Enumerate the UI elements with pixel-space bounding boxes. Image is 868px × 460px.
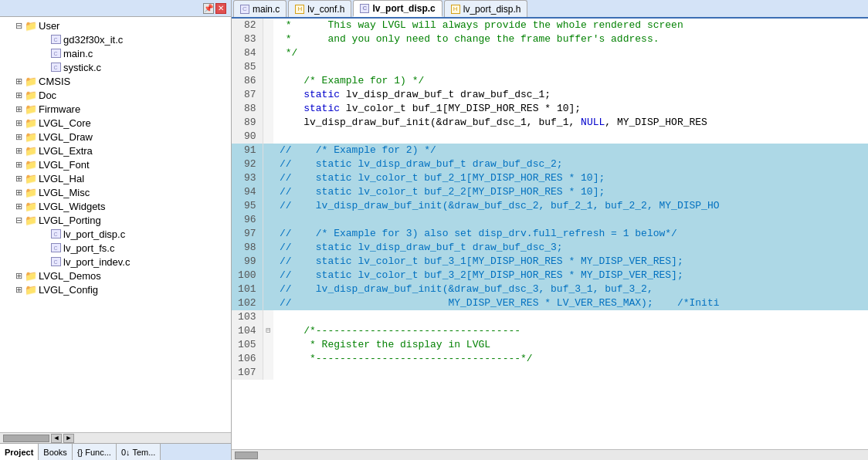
- tab-bar: Cmain.cHlv_conf.hClv_port_disp.cHlv_port…: [232, 0, 868, 19]
- close-panel-button[interactable]: ✕: [215, 3, 226, 14]
- code-line-93: 93// static lv_color_t buf_2_1[MY_DISP_H…: [232, 171, 868, 185]
- tree-item-lv_port_fs_c[interactable]: Clv_port_fs.c: [0, 241, 231, 255]
- line-content-94[interactable]: // static lv_color_t buf_2_2[MY_DISP_HOR…: [273, 185, 868, 199]
- tree-item-gd32f30x_it[interactable]: Cgd32f30x_it.c: [0, 32, 231, 46]
- line-content-103[interactable]: [273, 310, 868, 324]
- line-content-101[interactable]: // lv_disp_draw_buf_init(&draw_buf_dsc_3…: [273, 282, 868, 296]
- line-content-106[interactable]: *----------------------------------*/: [273, 352, 868, 366]
- scroll-right-button[interactable]: ▶: [63, 434, 74, 443]
- line-content-88[interactable]: static lv_color_t buf_1[MY_DISP_HOR_RES …: [273, 102, 868, 116]
- line-content-105[interactable]: * Register the display in LVGL: [273, 338, 868, 352]
- tab-label-main_c: main.c: [253, 4, 280, 15]
- line-content-93[interactable]: // static lv_color_t buf_2_1[MY_DISP_HOR…: [273, 171, 868, 185]
- tab-lv_port_disp_c[interactable]: Clv_port_disp.c: [353, 0, 442, 17]
- tree-item-lvgl_hal[interactable]: ⊞📁LVGL_Hal: [0, 171, 231, 185]
- bottom-tab-func[interactable]: {} Func...: [73, 444, 117, 460]
- line-content-98[interactable]: // static lv_disp_draw_buf_t draw_buf_ds…: [273, 241, 868, 255]
- expander-lvgl_config[interactable]: ⊞: [12, 283, 25, 296]
- expander-user[interactable]: ⊟: [12, 19, 25, 32]
- line-expand-104[interactable]: ⊟: [263, 324, 273, 338]
- line-content-90[interactable]: [273, 130, 868, 144]
- expander-firmware[interactable]: ⊞: [12, 103, 25, 115]
- line-content-82[interactable]: * This way LVGL will always provide the …: [273, 19, 868, 32]
- tab-lv_conf_h[interactable]: Hlv_conf.h: [288, 0, 351, 17]
- tree-item-lvgl_core[interactable]: ⊞📁LVGL_Core: [0, 116, 231, 130]
- expander-lvgl_core[interactable]: ⊞: [12, 117, 25, 129]
- tab-label-lv_port_disp_c: lv_port_disp.c: [372, 3, 435, 14]
- line-content-86[interactable]: /* Example for 1) */: [273, 74, 868, 88]
- tree-item-lv_port_disp_c[interactable]: Clv_port_disp.c: [0, 227, 231, 241]
- tab-label-lv_conf_h: lv_conf.h: [307, 4, 344, 15]
- line-content-95[interactable]: // lv_disp_draw_buf_init(&draw_buf_dsc_2…: [273, 199, 868, 213]
- expander-lvgl_demos[interactable]: ⊞: [12, 269, 25, 282]
- expander-lvgl_hal[interactable]: ⊞: [12, 172, 25, 184]
- tree-item-lvgl_misc[interactable]: ⊞📁LVGL_Misc: [0, 185, 231, 199]
- tree-item-lvgl_font[interactable]: ⊞📁LVGL_Font: [0, 157, 231, 171]
- tree-item-user[interactable]: ⊟📁User: [0, 19, 231, 32]
- expander-systick_c[interactable]: [37, 61, 49, 73]
- expander-lvgl_draw[interactable]: ⊞: [12, 130, 25, 143]
- bottom-tab-books[interactable]: Books: [39, 444, 73, 460]
- tree-item-lvgl_widgets[interactable]: ⊞📁LVGL_Widgets: [0, 199, 231, 213]
- expander-lv_port_disp_c[interactable]: [37, 228, 49, 240]
- line-number-95: 95: [232, 199, 263, 213]
- line-number-102: 102: [232, 296, 263, 310]
- line-content-89[interactable]: lv_disp_draw_buf_init(&draw_buf_dsc_1, b…: [273, 116, 868, 130]
- line-content-100[interactable]: // static lv_color_t buf_3_2[MY_DISP_HOR…: [273, 269, 868, 282]
- line-content-96[interactable]: [273, 213, 868, 227]
- folder-icon-cmsis: 📁: [25, 76, 37, 86]
- editor-hscroll[interactable]: [232, 449, 868, 460]
- tree-item-lvgl_draw[interactable]: ⊞📁LVGL_Draw: [0, 130, 231, 144]
- code-area[interactable]: 82 * This way LVGL will always provide t…: [232, 19, 868, 449]
- folder-icon-doc: 📁: [25, 90, 37, 100]
- tab-lv_port_disp_h[interactable]: Hlv_port_disp.h: [444, 0, 528, 17]
- line-number-84: 84: [232, 46, 263, 60]
- editor-hscroll-thumb[interactable]: [235, 452, 258, 459]
- tree-hscroll[interactable]: ◀ ▶: [0, 432, 231, 443]
- expander-lvgl_widgets[interactable]: ⊞: [12, 200, 25, 212]
- pin-icon[interactable]: 📌: [203, 3, 214, 14]
- line-content-92[interactable]: // static lv_disp_draw_buf_t draw_buf_ds…: [273, 157, 868, 171]
- expander-lvgl_font[interactable]: ⊞: [12, 158, 25, 171]
- line-content-97[interactable]: // /* Example for 3) also set disp_drv.f…: [273, 227, 868, 241]
- bottom-tab-temp[interactable]: 0↓ Tem...: [117, 444, 161, 460]
- line-number-88: 88: [232, 102, 263, 116]
- tree-item-lvgl_config[interactable]: ⊞📁LVGL_Config: [0, 282, 231, 296]
- tree-item-systick_c[interactable]: Csystick.c: [0, 60, 231, 74]
- expander-lvgl_extra[interactable]: ⊞: [12, 144, 25, 157]
- line-content-87[interactable]: static lv_disp_draw_buf_t draw_buf_dsc_1…: [273, 88, 868, 102]
- line-content-102[interactable]: // MY_DISP_VER_RES * LV_VER_RES_MAX); /*…: [273, 296, 868, 310]
- expander-lv_port_fs_c[interactable]: [37, 242, 49, 254]
- tree-item-lvgl_extra[interactable]: ⊞📁LVGL_Extra: [0, 144, 231, 157]
- line-content-83[interactable]: * and you only need to change the frame …: [273, 32, 868, 46]
- expander-lv_port_indev_c[interactable]: [37, 255, 49, 268]
- expander-lvgl_misc[interactable]: ⊞: [12, 186, 25, 198]
- line-number-106: 106: [232, 352, 263, 366]
- hscroll-thumb[interactable]: [3, 435, 49, 442]
- tree-item-lvgl_porting[interactable]: ⊟📁LVGL_Porting: [0, 213, 231, 227]
- line-content-99[interactable]: // static lv_color_t buf_3_1[MY_DISP_HOR…: [273, 255, 868, 269]
- tree-item-cmsis[interactable]: ⊞📁CMSIS: [0, 74, 231, 88]
- expander-cmsis[interactable]: ⊞: [12, 75, 25, 87]
- line-content-85[interactable]: [273, 60, 868, 74]
- tab-main_c[interactable]: Cmain.c: [233, 0, 287, 17]
- line-content-84[interactable]: */: [273, 46, 868, 60]
- line-content-107[interactable]: [273, 366, 868, 380]
- folder-icon-lvgl_font: 📁: [25, 159, 37, 170]
- expander-main_c[interactable]: [37, 47, 49, 59]
- bottom-tab-project[interactable]: Project: [0, 444, 39, 460]
- tree-item-lvgl_demos[interactable]: ⊞📁LVGL_Demos: [0, 269, 231, 282]
- tree-item-doc[interactable]: ⊞📁Doc: [0, 88, 231, 102]
- line-content-91[interactable]: // /* Example for 2) */: [273, 144, 868, 157]
- code-line-102: 102// MY_DISP_VER_RES * LV_VER_RES_MAX);…: [232, 296, 868, 310]
- expander-lvgl_porting[interactable]: ⊟: [12, 214, 25, 226]
- scroll-left-button[interactable]: ◀: [51, 434, 62, 443]
- line-content-104[interactable]: /*----------------------------------: [273, 324, 868, 338]
- tree-item-firmware[interactable]: ⊞📁Firmware: [0, 102, 231, 116]
- expander-doc[interactable]: ⊞: [12, 89, 25, 101]
- tree-label-lvgl_draw: LVGL_Draw: [39, 131, 93, 143]
- tree-item-lv_port_indev_c[interactable]: Clv_port_indev.c: [0, 255, 231, 269]
- line-expand-88: [263, 102, 273, 116]
- expander-gd32f30x_it[interactable]: [37, 33, 49, 46]
- tree-item-main_c[interactable]: Cmain.c: [0, 46, 231, 60]
